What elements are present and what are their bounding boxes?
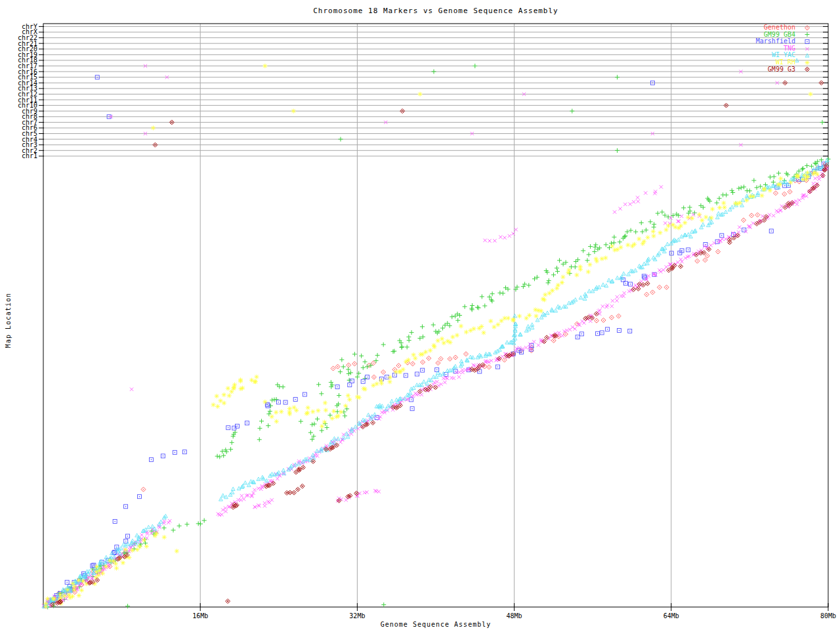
data-points	[42, 58, 831, 609]
data-point	[396, 364, 401, 368]
data-point	[142, 537, 146, 542]
data-point	[346, 363, 351, 368]
data-point	[501, 291, 505, 295]
data-point	[557, 258, 562, 262]
data-point	[730, 205, 734, 209]
data-point	[324, 408, 328, 413]
data-point	[173, 450, 177, 454]
data-point	[215, 394, 219, 398]
data-point	[182, 450, 186, 454]
data-point	[319, 391, 324, 396]
data-point	[219, 398, 223, 403]
data-point	[768, 175, 772, 179]
axis-tick-labels: chrYchrXchr22chr21chr20chr19chr18chr17ch…	[18, 23, 836, 620]
data-point	[586, 270, 591, 274]
legend-key-marker	[795, 66, 815, 72]
data-point	[242, 497, 245, 501]
data-point	[162, 535, 167, 539]
data-point	[284, 400, 287, 404]
data-point	[291, 109, 296, 114]
data-point	[224, 507, 227, 510]
data-point	[421, 360, 425, 364]
data-point	[345, 498, 348, 501]
data-point	[776, 182, 780, 187]
data-point	[508, 234, 511, 238]
data-point	[457, 375, 461, 379]
data-point	[493, 239, 496, 242]
data-point	[335, 385, 339, 388]
data-point	[354, 425, 358, 429]
data-point	[632, 242, 637, 247]
data-point	[229, 389, 234, 394]
data-point	[788, 180, 793, 185]
data-point	[448, 356, 452, 361]
data-point	[220, 513, 223, 516]
data-point	[390, 399, 394, 402]
data-point	[130, 388, 133, 391]
legend-key-marker	[795, 32, 815, 37]
data-point	[573, 327, 576, 330]
data-point	[374, 358, 379, 363]
data-point	[629, 282, 633, 286]
data-point	[611, 299, 614, 303]
data-point	[669, 217, 672, 220]
data-point	[121, 560, 125, 565]
data-point	[558, 333, 561, 337]
data-point	[773, 191, 778, 196]
data-point	[618, 207, 621, 210]
data-point	[397, 369, 402, 374]
data-point	[435, 380, 438, 383]
data-point	[479, 324, 484, 329]
data-point	[704, 215, 708, 219]
data-point	[561, 334, 564, 337]
data-point	[613, 210, 616, 213]
data-point	[355, 394, 360, 399]
data-point	[585, 258, 589, 262]
data-point	[240, 494, 243, 497]
data-point	[771, 180, 776, 184]
data-point	[125, 534, 129, 538]
data-point	[647, 274, 650, 278]
data-point	[637, 200, 640, 203]
data-point	[805, 163, 809, 168]
legend-item-wi-rh: WI RH	[756, 59, 815, 66]
data-point	[348, 370, 353, 375]
data-point	[442, 377, 445, 380]
data-point	[257, 477, 261, 480]
data-point	[68, 595, 72, 600]
data-point	[177, 524, 182, 528]
data-point	[420, 324, 425, 329]
data-point	[797, 198, 801, 201]
data-point	[601, 283, 605, 286]
data-point	[422, 380, 426, 383]
data-point	[761, 215, 764, 218]
data-point	[616, 276, 620, 279]
legend: GenethonGM99 GB4MarshfieldTNGWI YACWI RH…	[756, 24, 815, 73]
legend-key-marker	[795, 25, 815, 31]
data-point	[346, 367, 350, 371]
data-point	[555, 266, 559, 270]
data-point	[436, 339, 440, 343]
x-tick-label: 16Mb	[192, 612, 208, 620]
data-point	[744, 198, 749, 203]
data-point	[272, 398, 276, 402]
data-point	[595, 259, 599, 263]
data-point	[388, 375, 392, 380]
data-point	[546, 280, 551, 285]
data-point	[751, 178, 756, 182]
data-point	[610, 243, 614, 248]
data-point	[219, 497, 223, 501]
data-point	[499, 236, 502, 239]
data-point	[728, 207, 732, 211]
data-point	[776, 171, 781, 175]
data-point	[257, 437, 262, 442]
data-point	[64, 597, 68, 600]
data-point	[303, 392, 306, 396]
data-point	[366, 413, 370, 416]
data-point	[114, 561, 118, 566]
data-point	[279, 410, 284, 414]
data-point	[505, 341, 509, 344]
data-point	[660, 185, 663, 188]
data-point	[333, 436, 337, 440]
data-point	[660, 210, 664, 215]
